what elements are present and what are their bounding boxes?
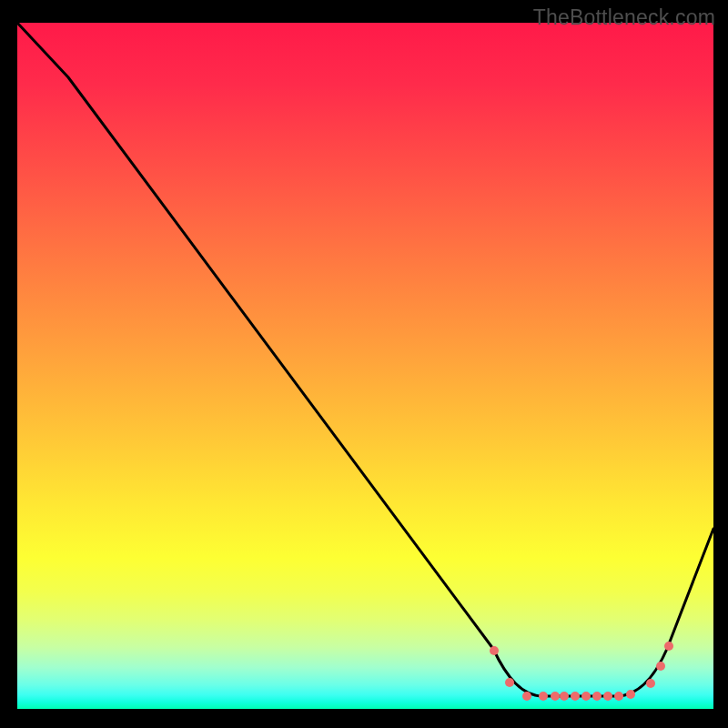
svg-point-12: [646, 679, 655, 688]
svg-point-1: [505, 678, 514, 687]
svg-point-5: [560, 692, 569, 701]
svg-point-0: [490, 646, 499, 655]
watermark-text: TheBottleneck.com: [533, 5, 715, 30]
svg-point-2: [522, 692, 531, 701]
svg-point-6: [571, 692, 580, 701]
svg-point-14: [664, 642, 673, 651]
svg-point-3: [539, 692, 548, 701]
svg-point-9: [603, 692, 612, 701]
curve-dots: [490, 642, 673, 701]
svg-point-7: [581, 692, 591, 701]
svg-point-8: [592, 692, 602, 701]
svg-point-4: [551, 692, 560, 701]
curve-path: [17, 23, 713, 696]
bottleneck-curve: [17, 23, 713, 709]
svg-point-13: [656, 662, 665, 671]
svg-point-10: [614, 692, 623, 701]
svg-point-11: [626, 690, 635, 699]
chart-container: TheBottleneck.com: [0, 0, 728, 728]
